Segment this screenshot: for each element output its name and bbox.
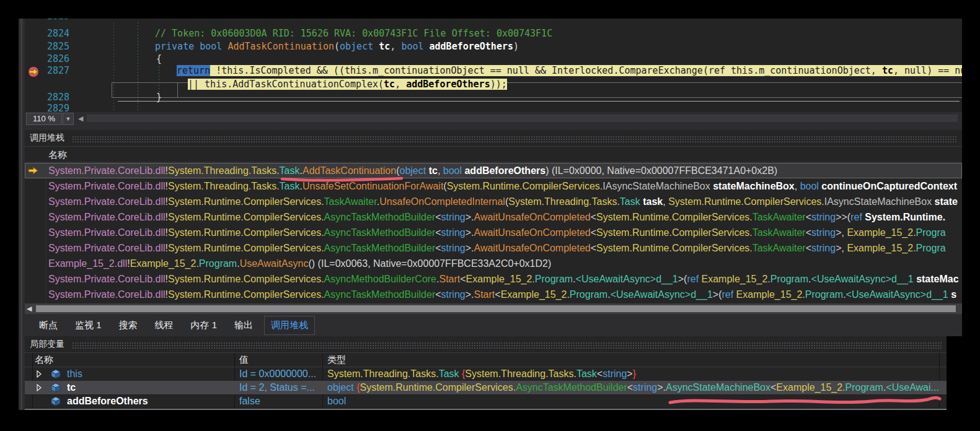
code-line: 2825private bool AddTaskContinuation(obj… [25, 40, 962, 53]
zoom-dropdown-icon[interactable]: ▼ [63, 113, 74, 125]
code-line: 2827return !this.IsCompleted && ((this.m… [25, 64, 962, 77]
callstack-hscrollbar[interactable]: ◀ [25, 303, 962, 314]
token: UseAwaitAsync [240, 258, 309, 269]
token: AddTaskContinuation [302, 165, 396, 176]
callstack-frame[interactable]: System.Private.CoreLib.dll!System.Thread… [25, 178, 962, 194]
token: > [657, 382, 663, 393]
tab-threads[interactable]: 线程 [149, 316, 180, 334]
token: System.Runtime.CompilerServices. [168, 227, 324, 238]
token: } [156, 92, 162, 103]
variable-value[interactable]: Id = 0x0000000... [234, 367, 322, 381]
editor-hscrollbar[interactable] [87, 115, 958, 122]
token: Example_15_2. [736, 289, 805, 300]
token: )); [490, 79, 507, 90]
variable-type: object {System.Runtime.CompilerServices.… [322, 381, 947, 394]
token: || this.AddTaskContinuationComplex( [188, 79, 384, 90]
token: System.Threading.Tasks. [168, 165, 280, 176]
token: tc [384, 79, 395, 90]
token [373, 41, 379, 52]
callstack-frame[interactable]: System.Private.CoreLib.dll!System.Runtim… [25, 194, 962, 209]
token: bool [200, 41, 222, 52]
local-variable-row[interactable]: tcId = 2, Status =...object {System.Runt… [25, 381, 947, 395]
token: >, [836, 227, 847, 238]
editor-hscroll-left-icon[interactable]: ◀ [78, 115, 83, 123]
token: AsyncTaskMethodBuilder [324, 227, 436, 238]
token: Example_15_2. [847, 243, 916, 253]
local-variable-row[interactable]: thisId = 0x0000000...System.Threading.Ta… [25, 367, 947, 381]
token: string [811, 212, 836, 222]
token: Example_15_2. [130, 258, 199, 269]
token: tc [882, 65, 893, 76]
callstack-panel: 调用堆栈 名称 System.Private.CoreLib.dll!Syste… [25, 130, 962, 303]
token: < [806, 212, 811, 222]
token: < [806, 227, 811, 238]
variable-type: bool [322, 394, 947, 408]
local-name-cell: tc [25, 381, 234, 394]
token: } [633, 368, 636, 379]
code-line: 2826{ [25, 53, 962, 65]
token: Start [439, 274, 460, 284]
callstack-frame[interactable]: System.Private.CoreLib.dll!System.Runtim… [25, 271, 962, 287]
token: < [806, 243, 811, 253]
token: object [400, 165, 426, 176]
tab-call-stack[interactable]: 调用堆栈 [264, 316, 315, 335]
token: Program [535, 274, 573, 284]
column-header-value[interactable]: 值 [239, 353, 249, 367]
column-header-name[interactable]: 名称 [35, 353, 53, 367]
callstack-frame[interactable]: System.Private.CoreLib.dll!System.Runtim… [25, 209, 962, 225]
token: >( [678, 274, 687, 284]
local-variable-row[interactable]: addBeforeOthersfalsebool [25, 394, 947, 409]
callstack-frame[interactable]: System.Private.CoreLib.dll!System.Runtim… [25, 287, 962, 302]
column-header-type[interactable]: 类型 [327, 353, 346, 367]
token: , [395, 79, 406, 90]
line-number: 2823 [25, 19, 69, 22]
tool-window-tabs: 断点监视 1搜索线程内存 1输出调用堆栈 [25, 314, 962, 336]
line-number: 2829 [25, 102, 69, 112]
callstack-panel-title: 调用堆栈 [25, 130, 962, 146]
token: Example_15_2. [501, 289, 570, 300]
token: AwaitUnsafeOnCompleted [474, 227, 591, 238]
token: <UseAwaitAsync>d__1 [576, 274, 678, 284]
callstack-frame[interactable]: Example_15_2.dll!Example_15_2.Program.Us… [25, 256, 962, 271]
token: AsyncTaskMethodBuilder [324, 289, 436, 300]
token: < [435, 227, 441, 238]
panel-title-dots [72, 342, 942, 349]
locals-table-header[interactable]: 名称 值 类型 [25, 353, 947, 367]
scrollbar-thumb[interactable] [36, 305, 956, 312]
scroll-left-icon[interactable]: ◀ [27, 305, 32, 313]
token: System.Threading.Tasks. [168, 181, 280, 191]
token: Program [770, 274, 808, 284]
editor-status-strip: 110 % ▼ ◀ [25, 112, 962, 125]
token: System.Runtime.CompilerServices. [168, 274, 324, 284]
code-editor[interactable]: 28232824// Token: 0x06003D0A RID: 15626 … [25, 19, 962, 112]
token: object [327, 382, 354, 393]
variable-value[interactable]: false [234, 394, 322, 408]
tab-breakpoints[interactable]: 断点 [33, 316, 64, 334]
token: >, [836, 243, 847, 253]
token: ref [687, 274, 699, 284]
token: System.Runtime.CompilerServices. [168, 196, 324, 207]
expand-arrow-icon[interactable] [36, 384, 42, 391]
token: ref [850, 212, 862, 222]
token: bool [401, 41, 423, 52]
callstack-frame[interactable]: System.Private.CoreLib.dll!System.Runtim… [25, 225, 962, 240]
token: < [435, 289, 441, 300]
expand-arrow-icon[interactable] [36, 370, 42, 378]
callstack-frame[interactable]: System.Private.CoreLib.dll!System.Runtim… [25, 240, 962, 256]
token: System.Runtime.CompilerServices. [596, 212, 753, 222]
tab-watch-1[interactable]: 监视 1 [69, 316, 108, 334]
variable-value[interactable]: Id = 2, Status =... [234, 381, 322, 394]
zoom-level-control[interactable]: 110 % [26, 113, 62, 125]
token: System.Runtime.CompilerServices. [168, 243, 324, 253]
tab-output[interactable]: 输出 [228, 316, 259, 334]
callstack-frame[interactable]: System.Private.CoreLib.dll!System.Thread… [25, 163, 962, 178]
token: addBeforeOthers [406, 79, 490, 90]
token: System.Threading.Tasks. [508, 196, 620, 207]
token: Program [845, 382, 883, 393]
token: ) [513, 41, 519, 52]
tab-search[interactable]: 搜索 [113, 316, 144, 334]
token: stateMac [914, 274, 959, 284]
token: , [390, 41, 401, 52]
callstack-column-header[interactable]: 名称 [25, 146, 962, 162]
tab-memory-1[interactable]: 内存 1 [185, 316, 224, 334]
